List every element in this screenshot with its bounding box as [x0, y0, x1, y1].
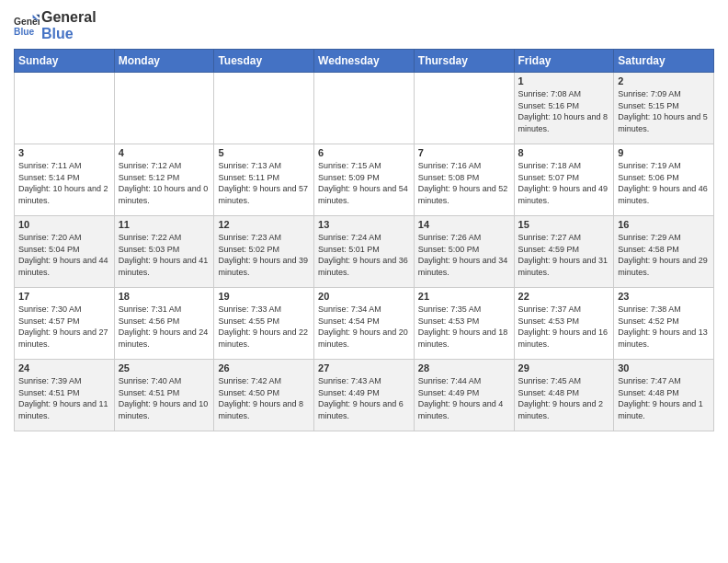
day-info: Sunrise: 7:33 AM Sunset: 4:55 PM Dayligh… [218, 304, 310, 350]
day-number: 19 [218, 291, 310, 302]
day-number: 13 [318, 219, 410, 230]
day-cell: 4Sunrise: 7:12 AM Sunset: 5:12 PM Daylig… [114, 144, 214, 216]
day-cell: 25Sunrise: 7:40 AM Sunset: 4:51 PM Dayli… [114, 360, 214, 431]
day-cell: 15Sunrise: 7:27 AM Sunset: 4:59 PM Dayli… [514, 216, 614, 288]
day-info: Sunrise: 7:12 AM Sunset: 5:12 PM Dayligh… [119, 160, 210, 206]
day-cell: 16Sunrise: 7:29 AM Sunset: 4:58 PM Dayli… [614, 216, 714, 288]
day-number: 26 [218, 362, 310, 373]
day-info: Sunrise: 7:26 AM Sunset: 5:00 PM Dayligh… [418, 232, 510, 278]
day-cell [114, 73, 214, 144]
day-cell: 18Sunrise: 7:31 AM Sunset: 4:56 PM Dayli… [114, 288, 214, 360]
day-cell: 12Sunrise: 7:23 AM Sunset: 5:02 PM Dayli… [214, 216, 314, 288]
day-cell: 2Sunrise: 7:09 AM Sunset: 5:15 PM Daylig… [614, 73, 714, 144]
day-info: Sunrise: 7:27 AM Sunset: 4:59 PM Dayligh… [518, 232, 610, 278]
day-info: Sunrise: 7:47 AM Sunset: 4:48 PM Dayligh… [618, 375, 710, 421]
day-number: 16 [618, 219, 710, 230]
logo-blue-text: Blue [41, 26, 97, 42]
day-number: 10 [18, 219, 110, 230]
day-number: 25 [119, 362, 210, 373]
day-number: 24 [18, 362, 110, 373]
day-number: 20 [318, 291, 410, 302]
day-info: Sunrise: 7:11 AM Sunset: 5:14 PM Dayligh… [18, 160, 110, 206]
day-info: Sunrise: 7:13 AM Sunset: 5:11 PM Dayligh… [218, 160, 310, 206]
day-number: 6 [318, 147, 410, 158]
day-info: Sunrise: 7:24 AM Sunset: 5:01 PM Dayligh… [318, 232, 410, 278]
day-cell: 28Sunrise: 7:44 AM Sunset: 4:49 PM Dayli… [414, 360, 514, 431]
day-info: Sunrise: 7:19 AM Sunset: 5:06 PM Dayligh… [618, 160, 710, 206]
day-info: Sunrise: 7:37 AM Sunset: 4:53 PM Dayligh… [518, 304, 610, 350]
week-row-2: 3Sunrise: 7:11 AM Sunset: 5:14 PM Daylig… [15, 144, 714, 216]
day-info: Sunrise: 7:18 AM Sunset: 5:07 PM Dayligh… [518, 160, 610, 206]
day-info: Sunrise: 7:16 AM Sunset: 5:08 PM Dayligh… [418, 160, 510, 206]
header-row: SundayMondayTuesdayWednesdayThursdayFrid… [15, 50, 714, 73]
day-number: 15 [518, 219, 610, 230]
day-info: Sunrise: 7:30 AM Sunset: 4:57 PM Dayligh… [18, 304, 110, 350]
day-number: 22 [518, 291, 610, 302]
day-number: 14 [418, 219, 510, 230]
day-number: 9 [618, 147, 710, 158]
week-row-4: 17Sunrise: 7:30 AM Sunset: 4:57 PM Dayli… [15, 288, 714, 360]
column-header-tuesday: Tuesday [214, 50, 314, 73]
day-cell: 5Sunrise: 7:13 AM Sunset: 5:11 PM Daylig… [214, 144, 314, 216]
day-info: Sunrise: 7:42 AM Sunset: 4:50 PM Dayligh… [218, 375, 310, 421]
day-cell: 1Sunrise: 7:08 AM Sunset: 5:16 PM Daylig… [514, 73, 614, 144]
day-info: Sunrise: 7:45 AM Sunset: 4:48 PM Dayligh… [518, 375, 610, 421]
day-number: 12 [218, 219, 310, 230]
day-info: Sunrise: 7:08 AM Sunset: 5:16 PM Dayligh… [518, 88, 610, 134]
day-number: 21 [418, 291, 510, 302]
calendar-table: SundayMondayTuesdayWednesdayThursdayFrid… [14, 49, 714, 431]
logo-icon: General Blue [14, 13, 40, 39]
day-number: 18 [119, 291, 210, 302]
day-number: 28 [418, 362, 510, 373]
day-info: Sunrise: 7:09 AM Sunset: 5:15 PM Dayligh… [618, 88, 710, 134]
day-cell: 20Sunrise: 7:34 AM Sunset: 4:54 PM Dayli… [314, 288, 415, 360]
day-number: 1 [518, 75, 610, 86]
day-cell: 7Sunrise: 7:16 AM Sunset: 5:08 PM Daylig… [414, 144, 514, 216]
day-cell [214, 73, 314, 144]
day-number: 17 [18, 291, 110, 302]
column-header-thursday: Thursday [414, 50, 514, 73]
svg-text:Blue: Blue [14, 27, 35, 37]
day-cell: 26Sunrise: 7:42 AM Sunset: 4:50 PM Dayli… [214, 360, 314, 431]
day-cell: 11Sunrise: 7:22 AM Sunset: 5:03 PM Dayli… [114, 216, 214, 288]
day-number: 23 [618, 291, 710, 302]
day-cell: 24Sunrise: 7:39 AM Sunset: 4:51 PM Dayli… [15, 360, 115, 431]
day-info: Sunrise: 7:38 AM Sunset: 4:52 PM Dayligh… [618, 304, 710, 350]
day-cell: 14Sunrise: 7:26 AM Sunset: 5:00 PM Dayli… [414, 216, 514, 288]
day-cell: 8Sunrise: 7:18 AM Sunset: 5:07 PM Daylig… [514, 144, 614, 216]
day-cell: 17Sunrise: 7:30 AM Sunset: 4:57 PM Dayli… [15, 288, 115, 360]
day-number: 11 [119, 219, 210, 230]
day-cell: 6Sunrise: 7:15 AM Sunset: 5:09 PM Daylig… [314, 144, 415, 216]
day-number: 4 [119, 147, 210, 158]
column-header-wednesday: Wednesday [314, 50, 415, 73]
column-header-saturday: Saturday [614, 50, 714, 73]
column-header-sunday: Sunday [15, 50, 115, 73]
day-cell: 27Sunrise: 7:43 AM Sunset: 4:49 PM Dayli… [314, 360, 415, 431]
column-header-friday: Friday [514, 50, 614, 73]
day-info: Sunrise: 7:23 AM Sunset: 5:02 PM Dayligh… [218, 232, 310, 278]
day-cell: 29Sunrise: 7:45 AM Sunset: 4:48 PM Dayli… [514, 360, 614, 431]
logo: General Blue General Blue [14, 9, 97, 41]
day-number: 2 [618, 75, 710, 86]
day-info: Sunrise: 7:43 AM Sunset: 4:49 PM Dayligh… [318, 375, 410, 421]
day-number: 27 [318, 362, 410, 373]
day-number: 5 [218, 147, 310, 158]
day-cell [314, 73, 415, 144]
day-cell: 23Sunrise: 7:38 AM Sunset: 4:52 PM Dayli… [614, 288, 714, 360]
week-row-3: 10Sunrise: 7:20 AM Sunset: 5:04 PM Dayli… [15, 216, 714, 288]
day-cell: 3Sunrise: 7:11 AM Sunset: 5:14 PM Daylig… [15, 144, 115, 216]
day-number: 8 [518, 147, 610, 158]
day-number: 29 [518, 362, 610, 373]
day-info: Sunrise: 7:31 AM Sunset: 4:56 PM Dayligh… [119, 304, 210, 350]
page-container: General Blue General Blue SundayMondayTu… [0, 0, 728, 436]
day-cell: 13Sunrise: 7:24 AM Sunset: 5:01 PM Dayli… [314, 216, 415, 288]
day-cell: 9Sunrise: 7:19 AM Sunset: 5:06 PM Daylig… [614, 144, 714, 216]
day-number: 3 [18, 147, 110, 158]
day-cell [414, 73, 514, 144]
day-info: Sunrise: 7:20 AM Sunset: 5:04 PM Dayligh… [18, 232, 110, 278]
day-info: Sunrise: 7:15 AM Sunset: 5:09 PM Dayligh… [318, 160, 410, 206]
day-info: Sunrise: 7:39 AM Sunset: 4:51 PM Dayligh… [18, 375, 110, 421]
day-info: Sunrise: 7:29 AM Sunset: 4:58 PM Dayligh… [618, 232, 710, 278]
day-number: 30 [618, 362, 710, 373]
day-cell: 19Sunrise: 7:33 AM Sunset: 4:55 PM Dayli… [214, 288, 314, 360]
